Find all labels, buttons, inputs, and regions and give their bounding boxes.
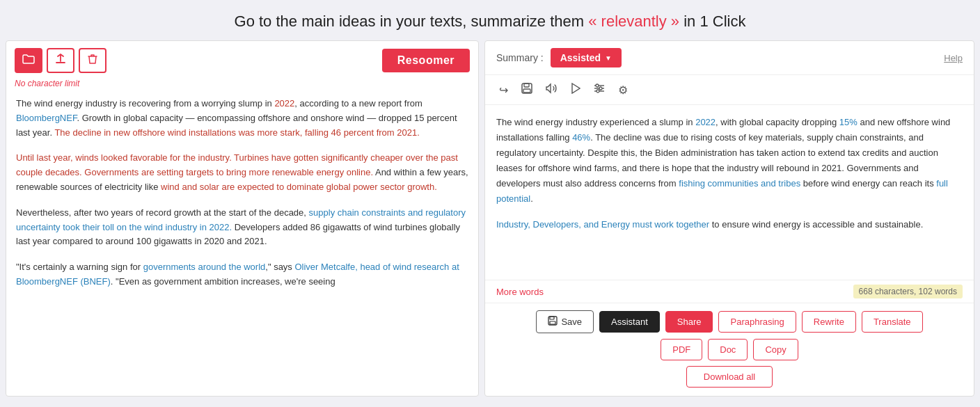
save-floppy-icon <box>548 316 558 328</box>
share-button[interactable]: Share <box>665 311 713 333</box>
assisted-dropdown[interactable]: Assisted ▼ <box>551 48 622 67</box>
volume-icon-button[interactable] <box>543 81 561 98</box>
save-disk-icon <box>521 85 533 97</box>
svg-rect-12 <box>550 321 555 324</box>
upload-icon <box>55 54 66 67</box>
char-limit: No character limit <box>15 79 470 88</box>
more-words-bar: More words 668 characters, 102 words <box>485 280 974 303</box>
upload-button[interactable] <box>47 48 74 73</box>
resoomer-button[interactable]: Resoomer <box>382 49 470 72</box>
svg-point-8 <box>599 87 602 90</box>
folder-icon <box>22 54 35 67</box>
paraphrasing-button[interactable]: Paraphrasing <box>718 311 796 333</box>
more-words-link[interactable]: More words <box>496 287 544 297</box>
save-button[interactable]: Save <box>536 310 594 333</box>
right-header-left: Summary : Assisted ▼ <box>496 48 622 67</box>
text-area-content: The wind energy industry is recovering f… <box>15 94 470 389</box>
trash-button[interactable] <box>79 48 106 73</box>
copy-button[interactable]: Copy <box>753 339 798 360</box>
assistant-button[interactable]: Assistant <box>599 311 660 333</box>
assisted-label: Assisted <box>560 52 601 63</box>
svg-point-7 <box>596 84 599 87</box>
svg-point-9 <box>596 90 599 93</box>
input-paragraph-1: The wind energy industry is recovering f… <box>16 97 468 140</box>
right-panel: Summary : Assisted ▼ Help ↪ <box>484 40 974 397</box>
left-toolbar: Resoomer <box>15 48 470 73</box>
page-header: Go to the main ideas in your texts, summ… <box>0 0 980 40</box>
main-container: Resoomer No character limit The wind ene… <box>0 40 980 402</box>
rewrite-button[interactable]: Rewrite <box>802 311 856 333</box>
summary-paragraph-2: Industry, Developers, and Energy must wo… <box>496 217 963 232</box>
header-highlight: « relevantly » <box>588 13 679 30</box>
input-paragraph-4: "It's certainly a warning sign for gover… <box>16 260 468 289</box>
doc-button[interactable]: Doc <box>708 339 748 360</box>
input-paragraph-3: Nevertheless, after two years of record … <box>16 206 468 249</box>
save-label: Save <box>561 317 582 327</box>
play-icon <box>571 84 580 96</box>
svg-rect-2 <box>523 89 530 93</box>
header-text-end: in 1 Click <box>683 13 745 30</box>
summary-content: The wind energy industry experienced a s… <box>485 105 974 280</box>
action-row-1: Save Assistant Share Paraphrasing Rewrit… <box>496 310 963 333</box>
settings-icon: ⚙ <box>618 84 628 96</box>
char-count: 668 characters, 102 words <box>853 285 963 298</box>
save-icon-button[interactable] <box>518 81 536 99</box>
volume-icon <box>546 84 558 96</box>
sliders-icon-button[interactable] <box>590 82 608 97</box>
share-icon-button[interactable]: ↪ <box>496 82 511 98</box>
help-link[interactable]: Help <box>944 53 963 63</box>
right-header: Summary : Assisted ▼ Help <box>485 41 974 75</box>
header-text-plain: Go to the main ideas in your texts, summ… <box>235 13 585 30</box>
share-icon: ↪ <box>499 84 508 96</box>
summary-label: Summary : <box>496 52 544 63</box>
summary-paragraph-1: The wind energy industry experienced a s… <box>496 115 963 207</box>
right-toolbar: ↪ ⚙ <box>485 75 974 105</box>
action-row-2: PDF Doc Copy <box>496 339 963 360</box>
svg-marker-3 <box>572 83 580 93</box>
download-all-button[interactable]: Download all <box>686 366 773 388</box>
input-paragraph-2: Until last year, winds looked favorable … <box>16 151 468 194</box>
left-toolbar-left <box>15 48 106 73</box>
pdf-button[interactable]: PDF <box>661 339 702 360</box>
translate-button[interactable]: Translate <box>862 311 923 333</box>
chevron-down-icon: ▼ <box>605 54 612 62</box>
download-row: Download all <box>496 366 963 388</box>
trash-icon <box>88 54 97 67</box>
action-buttons-area: Save Assistant Share Paraphrasing Rewrit… <box>485 303 974 396</box>
play-icon-button[interactable] <box>568 81 583 98</box>
settings-icon-button[interactable]: ⚙ <box>615 82 631 98</box>
left-panel: Resoomer No character limit The wind ene… <box>6 40 479 397</box>
sliders-icon <box>593 83 606 95</box>
folder-button[interactable] <box>15 48 42 73</box>
